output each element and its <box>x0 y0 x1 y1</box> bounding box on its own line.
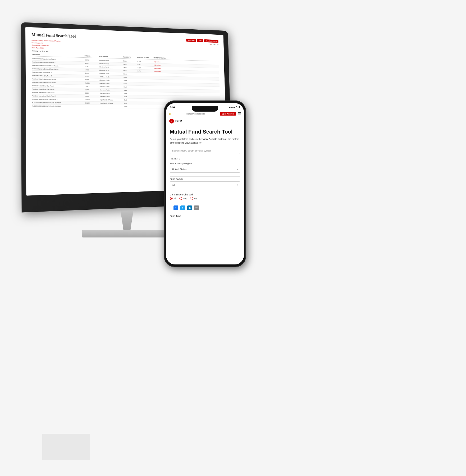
cell-fund-type: Stock <box>124 99 138 101</box>
cell-fund-family: Aberdeen Funds <box>99 83 124 85</box>
page-5[interactable]: 5 <box>216 44 216 45</box>
cell-transaction-fee[interactable]: Login to View <box>154 71 172 72</box>
cell-fund-type: Stock <box>124 96 138 98</box>
radio-all[interactable]: All <box>170 197 176 200</box>
cell-fund-name: Aberdeen Global Small Cap Fund A <box>32 85 85 87</box>
cell-fund-type: Stock <box>124 86 138 88</box>
cell-symbol: AWIFX <box>85 79 100 81</box>
cell-expense-ratio <box>138 90 154 91</box>
email-icon[interactable]: ✉ <box>194 205 199 210</box>
desktop-pagination: « 1 2 3 4 5 >> <box>209 43 218 45</box>
country-filter-select[interactable]: United States ▾ <box>170 166 240 173</box>
divider-1 <box>170 176 240 177</box>
header-fund-family: FUND FAMILY <box>99 56 123 58</box>
twitter-icon[interactable]: t <box>180 205 185 210</box>
page-4[interactable]: 4 <box>214 44 215 45</box>
download-button[interactable]: Download to XLS <box>204 39 218 43</box>
phone-header-bar: I IBKR <box>166 117 244 125</box>
cell-fund-name: Aberdeen International Equity Fund C <box>32 95 85 97</box>
cell-fund-name: Aberdeen Global Equity Fund C <box>32 75 85 77</box>
country-filter-group: Your Country/Region United States ▾ <box>170 162 240 173</box>
cell-fund-type: Stock <box>124 103 138 104</box>
radio-yes-label: Yes <box>183 197 187 200</box>
cell-symbol: FGAIX <box>85 96 100 97</box>
cell-fund-type: Stock <box>123 60 138 62</box>
cell-transaction-fee <box>154 78 172 78</box>
divider-3 <box>170 213 240 213</box>
status-icons: ▲▲▲ ∿ ▮ <box>229 106 240 108</box>
page-next[interactable]: >> <box>217 44 218 45</box>
battery-icon: ▮ <box>239 106 240 108</box>
cell-transaction-fee <box>154 81 172 81</box>
cell-fund-name: Aberdeen China Opportunities Fund C <box>32 61 85 64</box>
cell-transaction-fee[interactable]: Login to View <box>154 61 172 63</box>
cell-symbol: WVCEX <box>85 83 100 84</box>
bg-overlay <box>42 434 90 460</box>
cell-fund-name: Aberdeen Dynamic Dividend Fund Class A <box>32 68 85 71</box>
cell-fund-name: Aberdeen Global Small Cap Fund C <box>32 88 85 90</box>
fund-type-filter-label: Fund Type <box>170 215 240 217</box>
search-input[interactable] <box>170 148 240 154</box>
cell-fund-name: Aberdeen Global Infrastructure Fund A <box>32 78 85 81</box>
cell-expense-ratio <box>138 77 154 78</box>
cell-fund-family: Aberdeen Funds <box>100 86 124 88</box>
cell-fund-type: Stock <box>124 83 138 85</box>
radio-yes[interactable]: Yes <box>179 197 187 200</box>
cell-fund-type: Stock <box>124 70 138 72</box>
cell-symbol: GCPEX <box>85 66 99 68</box>
status-time: 5:18 <box>170 106 175 108</box>
edit-button[interactable]: Edit <box>197 39 203 42</box>
country-dropdown-arrow: ▾ <box>237 168 238 171</box>
radio-yes-dot <box>179 197 182 200</box>
cell-expense-ratio: 2.1% <box>138 70 154 72</box>
cell-fund-family: Aberdeen Funds <box>99 76 124 78</box>
phone-page-title: Mutual Fund Search Tool <box>170 129 240 135</box>
cell-transaction-fee[interactable]: Login to View <box>154 64 172 66</box>
nav-lock-icon: 🔒 <box>169 113 171 115</box>
cell-fund-name: Aberdeen Mid-term Annex Equity Fund A <box>32 99 85 100</box>
commission-filter-group: Commission Charged All Yes <box>170 193 240 200</box>
cell-symbol: CPVCX <box>85 86 100 88</box>
radio-no-label: No <box>194 197 197 200</box>
radio-no-dot <box>190 197 193 200</box>
cell-fund-type: Stock <box>124 80 138 82</box>
phone-footer-icons: f t in ✉ <box>170 204 240 212</box>
phone-notch <box>192 106 218 112</box>
cell-fund-type: Stock <box>124 93 138 94</box>
ibkr-logo-text: IBKR <box>175 120 182 123</box>
page-3[interactable]: 3 <box>213 43 213 45</box>
header-fund-name: FUND NAME <box>32 54 85 57</box>
filters-label: FILTERS <box>170 158 240 160</box>
radio-no[interactable]: No <box>190 197 197 200</box>
cell-fund-family: Aberdeen Funds <box>99 60 123 62</box>
header-transaction-fee: TRANSACTION FEE <box>154 57 172 59</box>
open-account-button[interactable]: Open Account <box>220 112 236 116</box>
cell-expense-ratio <box>138 81 154 81</box>
ibkr-logo-icon: I <box>169 119 174 123</box>
cell-fund-family: Alger Family of Funds <box>100 102 124 104</box>
cell-fund-name: ALGER GLOBAL GROWTH FUND - CLASS C <box>32 106 85 107</box>
fund-family-dropdown-arrow: ▾ <box>237 184 238 186</box>
cell-transaction-fee <box>154 97 173 97</box>
fund-family-filter-select[interactable]: All ▾ <box>170 181 240 188</box>
cell-expense-ratio: 5.4% <box>138 64 154 66</box>
page-1[interactable]: 1 <box>210 43 211 45</box>
cell-symbol: GLLCX <box>85 76 100 78</box>
cell-fund-type: Stock <box>123 63 138 65</box>
cell-transaction-fee <box>154 94 172 94</box>
scene: Start Over Edit Download to XLS « 1 2 3 … <box>0 0 466 476</box>
header-fund-type: FUND TYPE <box>123 56 138 58</box>
cell-transaction-fee <box>154 91 172 91</box>
start-over-button[interactable]: Start Over <box>186 39 196 42</box>
radio-all-dot <box>170 197 173 200</box>
cell-transaction-fee <box>154 88 172 88</box>
facebook-icon[interactable]: f <box>173 205 178 210</box>
page-2[interactable]: 2 <box>211 43 212 45</box>
linkedin-icon[interactable]: in <box>187 205 192 210</box>
cell-fund-type: Stock <box>124 73 138 75</box>
menu-icon[interactable]: ☰ <box>238 112 241 116</box>
cell-transaction-fee[interactable]: Login to View <box>154 67 172 69</box>
phone-body: 5:18 ▲▲▲ ∿ ▮ 🔒 interactivebrokers.com Op… <box>164 100 246 267</box>
page-prev[interactable]: « <box>209 43 209 45</box>
cell-fund-name: Aberdeen Dynamic Dividend Fund Class A <box>32 65 85 67</box>
